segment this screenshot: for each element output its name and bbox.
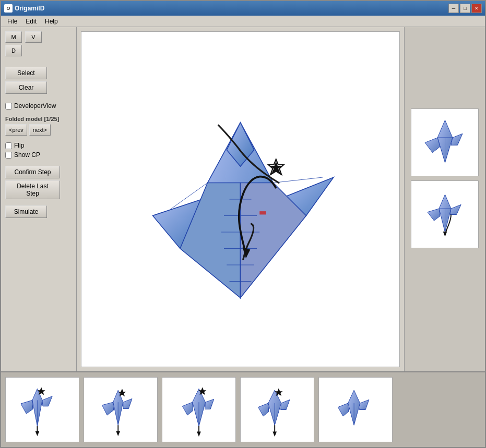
bottom-thumb-4[interactable] — [240, 377, 314, 442]
delete-last-step-button[interactable]: Delete Last Step — [5, 180, 60, 199]
right-thumbnail-1[interactable] — [411, 108, 479, 176]
model-label: Folded model [1/25] — [5, 116, 72, 122]
bottom-thumb-1[interactable] — [5, 377, 79, 442]
svg-marker-39 — [123, 398, 132, 408]
nav-row: <prev next> — [5, 124, 72, 136]
left-panel: M V D Select Clear DeveloperView Folded … — [1, 27, 77, 371]
svg-marker-36 — [35, 431, 40, 436]
svg-marker-50 — [258, 403, 269, 416]
svg-marker-45 — [205, 399, 214, 409]
main-area: M V D Select Clear DeveloperView Folded … — [1, 27, 485, 371]
bottom-thumb-2[interactable] — [84, 377, 158, 442]
main-canvas-svg — [81, 32, 399, 367]
svg-marker-27 — [450, 204, 461, 214]
right-thumbnail-2[interactable] — [411, 180, 479, 248]
menu-file[interactable]: File — [3, 17, 21, 26]
bottom-thumb-3[interactable] — [162, 377, 236, 442]
svg-marker-33 — [42, 396, 52, 406]
title-buttons: ─ □ ✕ — [448, 4, 482, 13]
svg-marker-22 — [451, 134, 463, 145]
svg-line-15 — [274, 177, 323, 183]
title-bar: O OrigamiID ─ □ ✕ — [1, 1, 485, 16]
svg-marker-30 — [443, 232, 447, 237]
svg-marker-44 — [182, 402, 193, 415]
svg-marker-53 — [272, 431, 277, 437]
svg-marker-56 — [338, 403, 349, 416]
next-button[interactable]: next> — [29, 124, 51, 136]
center-panel — [77, 27, 404, 371]
developer-view-checkbox[interactable]: DeveloperView — [5, 102, 72, 110]
window-title: OrigamiID — [15, 5, 448, 12]
app-icon: O — [4, 4, 13, 13]
menu-bar: File Edit Help — [1, 16, 485, 27]
developer-view-input[interactable] — [5, 103, 12, 110]
svg-marker-32 — [21, 400, 33, 414]
svg-rect-16 — [259, 211, 266, 214]
svg-marker-4 — [180, 183, 241, 298]
svg-marker-48 — [197, 431, 201, 437]
close-button[interactable]: ✕ — [471, 4, 482, 13]
clear-button[interactable]: Clear — [5, 81, 47, 94]
flip-checkbox[interactable]: Flip — [5, 142, 72, 149]
d-button[interactable]: D — [5, 45, 22, 56]
canvas-area[interactable] — [81, 31, 400, 367]
bottom-thumb-5[interactable] — [318, 377, 393, 442]
show-cp-input[interactable] — [5, 152, 12, 159]
prev-button[interactable]: <prev — [5, 124, 27, 136]
svg-marker-38 — [102, 402, 114, 415]
simulate-button[interactable]: Simulate — [5, 205, 47, 218]
svg-marker-42 — [116, 431, 120, 436]
menu-edit[interactable]: Edit — [21, 17, 41, 26]
select-button[interactable]: Select — [5, 67, 47, 79]
app-window: O OrigamiID ─ □ ✕ File Edit Help M V D S… — [0, 0, 486, 448]
show-cp-checkbox[interactable]: Show CP — [5, 151, 72, 159]
svg-marker-57 — [360, 399, 369, 409]
m-button[interactable]: M — [5, 31, 22, 43]
svg-marker-26 — [427, 209, 440, 221]
confirm-step-button[interactable]: Confirm Step — [5, 166, 60, 178]
minimize-button[interactable]: ─ — [448, 4, 459, 13]
flip-input[interactable] — [5, 142, 12, 149]
svg-marker-51 — [281, 399, 290, 409]
maximize-button[interactable]: □ — [460, 4, 470, 13]
bottom-strip — [1, 371, 485, 447]
menu-help[interactable]: Help — [41, 17, 62, 26]
v-button[interactable]: V — [25, 31, 42, 43]
right-panel — [404, 27, 485, 371]
svg-marker-21 — [425, 137, 440, 152]
